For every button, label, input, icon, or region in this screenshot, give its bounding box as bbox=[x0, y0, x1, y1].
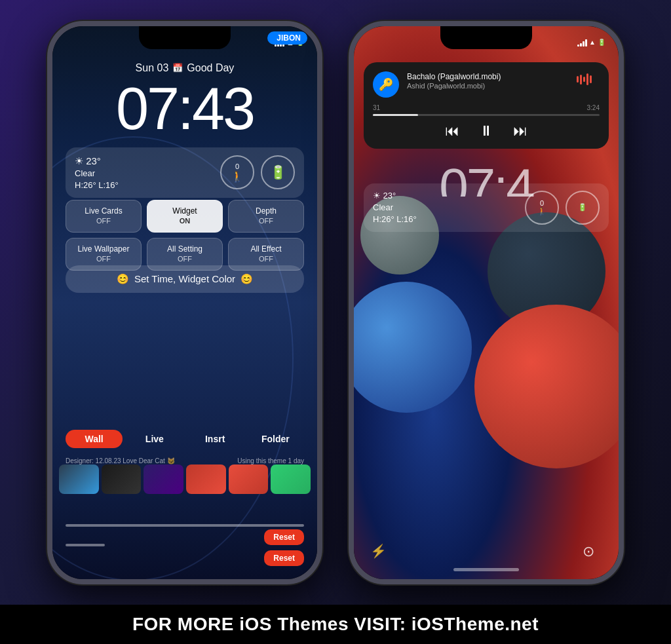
progress-fill bbox=[373, 114, 418, 116]
music-player: 🔑 Bachalo (Pagalworld.mobi) Ashid (Pagal… bbox=[364, 62, 609, 149]
music-wave bbox=[577, 71, 600, 88]
wave-bar-2 bbox=[580, 75, 582, 85]
depth-btn[interactable]: Depth OFF bbox=[228, 200, 304, 233]
all-setting-label: All Setting bbox=[151, 244, 218, 255]
rewind-button[interactable]: ⏮ bbox=[445, 123, 459, 140]
home-indicator-right bbox=[453, 568, 519, 571]
using-theme: Using this theme 1 day bbox=[237, 457, 304, 464]
steps-value: 0 bbox=[235, 162, 239, 170]
face-icon-left: 😊 bbox=[117, 273, 129, 285]
date-text: Sun 03 bbox=[136, 62, 169, 74]
right-weather-info: ☀ 23° Clear H:26° L:16° bbox=[373, 190, 417, 226]
camera-icon[interactable] bbox=[583, 543, 602, 563]
temp-val: 23° bbox=[86, 155, 101, 166]
weather-widget: ☀ 23° Clear H:26° L:16° 0 🚶 🔋 bbox=[66, 147, 304, 198]
calendar-icon: 📅 bbox=[172, 63, 183, 73]
rbar2 bbox=[580, 43, 582, 47]
weather-highlow: H:26° L:16° bbox=[75, 180, 119, 191]
widget-label: Widget bbox=[151, 206, 218, 217]
time-display: 07:43 bbox=[52, 75, 317, 143]
rbar1 bbox=[577, 45, 579, 47]
camera-symbol bbox=[583, 547, 594, 558]
bar1 bbox=[275, 45, 277, 47]
thumb-2[interactable] bbox=[102, 464, 142, 494]
designer-info: Designer: 12.08.23 Love Dear Cat 🐱 Using… bbox=[66, 457, 304, 464]
right-walk-icon: 🚶 bbox=[537, 207, 546, 216]
weather-condition: Clear bbox=[75, 168, 119, 180]
sun-icon: ☀ bbox=[75, 155, 83, 166]
rbar3 bbox=[583, 41, 585, 47]
reset-btn-1[interactable]: Reset bbox=[264, 529, 304, 545]
weather-info: ☀ 23° Clear H:26° L:16° bbox=[75, 154, 119, 191]
tab-live-label: Live bbox=[145, 434, 164, 444]
music-top: 🔑 Bachalo (Pagalworld.mobi) Ashid (Pagal… bbox=[373, 71, 600, 98]
depth-sub: OFF bbox=[233, 216, 299, 226]
all-setting-sub: OFF bbox=[151, 254, 218, 264]
signal-icons-right: ▲ 🔋 bbox=[577, 39, 605, 47]
tab-insrt-label: Insrt bbox=[205, 434, 225, 444]
reset-btn-2[interactable]: Reset bbox=[264, 550, 304, 566]
rbar4 bbox=[585, 39, 587, 47]
notch-left bbox=[142, 26, 227, 47]
thumb-5[interactable] bbox=[229, 464, 269, 494]
left-phone: JIBON ▲ 🔋 Sun 03 📅 bbox=[47, 21, 322, 584]
signal-bars-right bbox=[577, 39, 587, 47]
scroll-bar bbox=[66, 524, 304, 527]
music-title-1: Bachalo (Pagalworld.mobi) bbox=[407, 71, 569, 83]
forward-button[interactable]: ⏭ bbox=[513, 123, 527, 140]
reset-buttons: Reset Reset bbox=[264, 529, 304, 566]
wave-bar-3 bbox=[583, 77, 585, 82]
thumb-strip bbox=[59, 464, 311, 494]
thumb-4[interactable] bbox=[186, 464, 226, 494]
music-progress: 31 3:24 bbox=[373, 104, 600, 116]
tab-bar: Wall Live Insrt Folder bbox=[66, 430, 304, 448]
right-battery-widget: 🔋 bbox=[566, 191, 600, 225]
widget-circles: 0 🚶 🔋 bbox=[220, 155, 295, 189]
music-controls: ⏮ ⏸ ⏭ bbox=[373, 123, 600, 140]
music-title-2: Ashid (Pagalworld.mobi) bbox=[407, 82, 569, 90]
wave-bar-1 bbox=[577, 76, 579, 83]
steps-widget: 0 🚶 bbox=[220, 155, 254, 189]
notch-right bbox=[444, 26, 529, 47]
all-effect-sub: OFF bbox=[233, 254, 299, 264]
flashlight-icon[interactable] bbox=[370, 543, 390, 563]
thumb-3[interactable] bbox=[144, 464, 183, 494]
live-wallpaper-sub: OFF bbox=[70, 254, 137, 264]
phones-container: JIBON ▲ 🔋 Sun 03 📅 bbox=[0, 0, 671, 605]
tab-folder[interactable]: Folder bbox=[247, 430, 304, 448]
pause-button[interactable]: ⏸ bbox=[479, 123, 493, 140]
music-info: Bachalo (Pagalworld.mobi) Ashid (Pagalwo… bbox=[407, 71, 569, 90]
right-widget-circles: 0 🚶 🔋 bbox=[525, 191, 600, 225]
face-icon-right: 😊 bbox=[240, 273, 253, 285]
tab-wall-label: Wall bbox=[85, 434, 103, 444]
bottom-banner: FOR MORE iOS Themes VISIT: iOSTheme.net bbox=[0, 605, 671, 644]
right-steps-widget: 0 🚶 bbox=[525, 191, 559, 225]
right-weather-temp: ☀ 23° bbox=[373, 190, 417, 202]
battery-widget: 🔋 bbox=[261, 155, 295, 189]
tab-live[interactable]: Live bbox=[126, 430, 183, 448]
widget-btn[interactable]: Widget ON bbox=[147, 200, 223, 233]
all-effect-label: All Effect bbox=[233, 244, 299, 255]
depth-label: Depth bbox=[233, 206, 299, 217]
right-steps-value: 0 bbox=[540, 199, 544, 207]
wifi-icon-right: ▲ bbox=[589, 39, 596, 46]
walk-icon: 🚶 bbox=[231, 170, 244, 183]
time-start: 31 bbox=[373, 104, 380, 111]
set-time-button[interactable]: 😊 Set Time, Widget Color 😊 bbox=[66, 265, 304, 293]
tab-wall[interactable]: Wall bbox=[66, 430, 123, 448]
battery-right: 🔋 bbox=[598, 39, 605, 46]
live-cards-btn[interactable]: Live Cards OFF bbox=[66, 200, 142, 233]
thumb-1[interactable] bbox=[59, 464, 99, 494]
tab-insrt[interactable]: Insrt bbox=[187, 430, 244, 448]
thumb-6[interactable] bbox=[271, 464, 311, 494]
controls-grid: Live Cards OFF Widget ON Depth OFF Live … bbox=[66, 200, 304, 271]
tab-folder-label: Folder bbox=[261, 434, 290, 444]
live-cards-sub: OFF bbox=[70, 216, 137, 226]
right-battery-icon: 🔋 bbox=[578, 203, 587, 212]
key-symbol: 🔑 bbox=[379, 77, 393, 92]
weather-temp: ☀ 23° bbox=[75, 154, 119, 168]
right-screen: ▲ 🔋 🔑 Bachalo (Pagalworld.mobi) Ashid (P… bbox=[354, 26, 619, 579]
date-row: Sun 03 📅 Good Day bbox=[52, 62, 317, 74]
live-cards-label: Live Cards bbox=[70, 206, 137, 217]
widget-row: ☀ 23° Clear H:26° L:16° 0 🚶 🔋 bbox=[66, 147, 304, 198]
